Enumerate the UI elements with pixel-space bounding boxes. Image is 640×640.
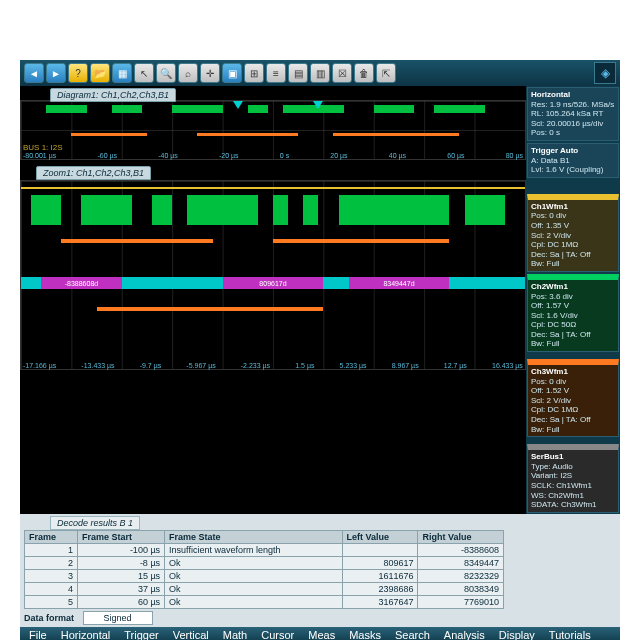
horizontal-box[interactable]: Horizontal Res: 1.9 ns/526. MSa/s RL: 10… (527, 87, 619, 141)
menu-meas[interactable]: Meas (303, 627, 340, 640)
menu-display[interactable]: Display (494, 627, 540, 640)
list-icon[interactable]: ≡ (266, 63, 286, 83)
forward-icon[interactable]: ► (46, 63, 66, 83)
help-icon[interactable]: ? (68, 63, 88, 83)
trash-icon[interactable]: 🗑 (354, 63, 374, 83)
toolbar: ◄ ► ? 📂 ▦ ↖ 🔍 ⌕ ✛ ▣ ⊞ ≡ ▤ ▥ ☒ 🗑 ⇱ ◈ (20, 60, 620, 86)
zoom1-tab[interactable]: Zoom1: Ch1,Ch2,Ch3,B1 (36, 166, 151, 180)
export-icon[interactable]: ⇱ (376, 63, 396, 83)
waveform-area[interactable]: Diagram1: Ch1,Ch2,Ch3,B1 (20, 86, 526, 514)
find-icon[interactable]: ⌕ (178, 63, 198, 83)
menu-search[interactable]: Search (390, 627, 435, 640)
menu-cursor[interactable]: Cursor (256, 627, 299, 640)
timescale-top: -80.001 µs-60 µs-40 µs-20 µs0 s20 µs40 µ… (21, 152, 525, 159)
diagram1-tab[interactable]: Diagram1: Ch1,Ch2,Ch3,B1 (50, 88, 176, 102)
decode-table[interactable]: Frame Frame Start Frame State Left Value… (24, 530, 504, 609)
zoom-icon[interactable]: 🔍 (156, 63, 176, 83)
layout-icon[interactable]: ▦ (112, 63, 132, 83)
table-row: 2-8 µsOk8096178349447 (25, 556, 504, 569)
decode-panel: Decode results B 1 Frame Frame Start Fra… (20, 514, 620, 627)
menu-math[interactable]: Math (218, 627, 252, 640)
select-icon[interactable]: ↖ (134, 63, 154, 83)
back-icon[interactable]: ◄ (24, 63, 44, 83)
trigger-box[interactable]: Trigger Auto A: Data B1 Lvl: 1.6 V (Coup… (527, 143, 619, 178)
stack-icon[interactable]: ▥ (310, 63, 330, 83)
table-row: 1-100 µsInsufficient waveform length-838… (25, 543, 504, 556)
grid-icon[interactable]: ▤ (288, 63, 308, 83)
tile-icon[interactable]: ⊞ (244, 63, 264, 83)
menubar: File Horizontal Trigger Vertical Math Cu… (20, 627, 620, 640)
decode-tab[interactable]: Decode results B 1 (50, 516, 140, 530)
data-format-value[interactable]: Signed (83, 611, 153, 625)
ch2-box[interactable]: Ch2Wfm1 Pos: 3.6 div Off: 1.57 V Scl: 1.… (527, 274, 619, 352)
data-format-label: Data format (24, 613, 74, 623)
zoom1-grid[interactable]: BUS 1: I2S -8388608d 809617d 8349447d -1… (20, 180, 526, 370)
diagram1-grid[interactable]: BUS 1: I2S -80.001 µs-60 µs-40 µs-20 µs0… (20, 100, 526, 160)
serbus-box[interactable]: SerBus1 Type: Audio Variant: I2S SCLK: C… (527, 444, 619, 513)
timescale-zoom: -17.166 µs-13.433 µs-9.7 µs-5.967 µs-2.2… (21, 362, 525, 369)
ch1-box[interactable]: Ch1Wfm1 Pos: 0 div Off: 1.35 V Scl: 2 V/… (527, 194, 619, 272)
bus-label-top: BUS 1: I2S (23, 143, 63, 152)
menu-analysis[interactable]: Analysis (439, 627, 490, 640)
open-icon[interactable]: 📂 (90, 63, 110, 83)
ch3-box[interactable]: Ch3Wfm1 Pos: 0 div Off: 1.52 V Scl: 2 V/… (527, 359, 619, 437)
menu-vertical[interactable]: Vertical (168, 627, 214, 640)
table-row: 560 µsOk31676477769010 (25, 595, 504, 608)
menu-tutorials[interactable]: Tutorials (544, 627, 596, 640)
brand-logo-icon: ◈ (594, 62, 616, 84)
side-panel: Horizontal Res: 1.9 ns/526. MSa/s RL: 10… (526, 86, 620, 514)
menu-masks[interactable]: Masks (344, 627, 386, 640)
view1-icon[interactable]: ▣ (222, 63, 242, 83)
table-row: 437 µsOk23986868038349 (25, 582, 504, 595)
menu-horizontal[interactable]: Horizontal (56, 627, 116, 640)
menu-file[interactable]: File (24, 627, 52, 640)
cross-icon[interactable]: ✛ (200, 63, 220, 83)
clear-icon[interactable]: ☒ (332, 63, 352, 83)
table-row: 315 µsOk16116768232329 (25, 569, 504, 582)
menu-trigger[interactable]: Trigger (119, 627, 163, 640)
